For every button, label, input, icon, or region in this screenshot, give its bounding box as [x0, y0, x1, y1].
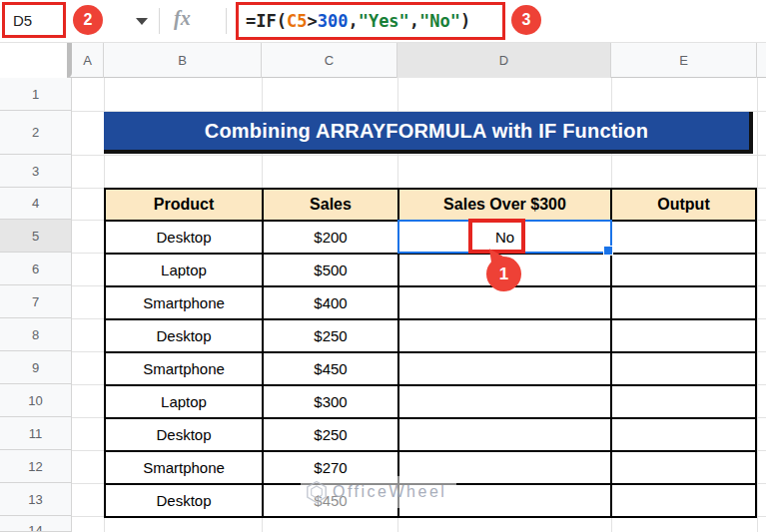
toolbar-divider [159, 8, 160, 34]
annotation-badge-2: 2 [73, 5, 103, 35]
gridline [757, 78, 758, 532]
row-header-4[interactable]: 4 [0, 188, 71, 220]
table-cell[interactable]: $250 [264, 320, 399, 353]
column-header-B[interactable]: B [104, 43, 262, 78]
column-headers: ABCDE [0, 42, 766, 78]
table-cell[interactable]: Desktop [106, 419, 264, 452]
table-cell[interactable]: $400 [264, 287, 399, 320]
fx-icon: fx [174, 7, 191, 30]
formula-token: "Yes" [359, 11, 409, 31]
table-cell[interactable] [399, 320, 612, 353]
badge-2-label: 2 [84, 11, 93, 29]
row-headers: 1234567891011121314 [0, 78, 72, 532]
row-header-6[interactable]: 6 [0, 253, 71, 285]
formula-token: C5 [287, 11, 307, 31]
formula-token: "No" [419, 11, 460, 31]
table-cell[interactable]: Desktop [106, 320, 264, 353]
row-header-12[interactable]: 12 [0, 450, 71, 483]
formula-token: =IF( [246, 11, 287, 31]
row-header-9[interactable]: 9 [0, 351, 71, 384]
formula-token: 300 [318, 11, 349, 31]
table-cell[interactable]: Smartphone [106, 452, 264, 485]
table-cell[interactable] [612, 320, 757, 353]
row-header-2[interactable]: 2 [0, 111, 71, 155]
table-cell[interactable]: Laptop [106, 386, 264, 419]
table-cell[interactable]: Laptop [106, 255, 264, 287]
formula-toolbar: D5 2 fx =IF(C5>300,"Yes","No") 3 [0, 0, 766, 42]
formula-token: , [409, 11, 419, 31]
select-all-corner[interactable] [0, 43, 72, 78]
table-cell[interactable] [612, 485, 757, 518]
formula-token: , [348, 11, 358, 31]
table-header-cell[interactable]: Output [612, 190, 757, 222]
table-cell[interactable] [612, 452, 757, 485]
table-cell[interactable]: $250 [264, 419, 399, 452]
formula-input[interactable]: =IF(C5>300,"Yes","No") [236, 2, 505, 40]
table-cell[interactable]: Smartphone [106, 353, 264, 386]
officewheel-logo-icon [305, 480, 329, 504]
table-cell[interactable] [399, 419, 612, 452]
toolbar-divider [226, 8, 227, 34]
formula-token: ) [460, 11, 470, 31]
row-header-13[interactable]: 13 [0, 483, 71, 516]
column-header-A[interactable]: A [72, 43, 104, 78]
spreadsheet-app: D5 2 fx =IF(C5>300,"Yes","No") 3 ABCDE 1… [0, 0, 766, 532]
row-header-10[interactable]: 10 [0, 384, 71, 417]
column-header-E[interactable]: E [611, 43, 757, 78]
row-header-7[interactable]: 7 [0, 285, 71, 318]
table-cell[interactable]: Desktop [106, 222, 264, 255]
annotation-badge-3: 3 [511, 5, 541, 35]
table-header-cell[interactable]: Sales Over $300 [399, 190, 612, 222]
row-header-1[interactable]: 1 [0, 78, 71, 111]
name-box-dropdown-icon[interactable] [136, 18, 148, 25]
row-header-11[interactable]: 11 [0, 417, 71, 450]
row-header-8[interactable]: 8 [0, 318, 71, 351]
name-box-value: D5 [13, 12, 32, 29]
table-cell[interactable] [399, 353, 612, 386]
formula-token: > [307, 11, 317, 31]
sheet-title: Combining ARRAYFORMULA with IF Function [205, 120, 648, 143]
table-header-cell[interactable]: Product [106, 190, 264, 222]
column-header-C[interactable]: C [262, 43, 397, 78]
table-cell[interactable]: $300 [264, 386, 399, 419]
column-header-D[interactable]: D [397, 43, 611, 78]
name-box[interactable]: D5 [2, 2, 66, 38]
table-cell[interactable] [612, 287, 757, 320]
gridline [72, 155, 766, 156]
badge-3-label: 3 [522, 11, 531, 29]
table-cell[interactable]: $450 [264, 353, 399, 386]
table-cell[interactable] [612, 386, 757, 419]
title-banner-cell[interactable]: Combining ARRAYFORMULA with IF Function [104, 112, 753, 154]
table-cell[interactable]: Desktop [106, 485, 264, 518]
table-header-cell[interactable]: Sales [264, 190, 399, 222]
table-cell[interactable] [399, 386, 612, 419]
watermark-text: OfficeWheel [333, 483, 446, 501]
selection-fill-handle[interactable] [603, 246, 613, 256]
table-cell[interactable]: Smartphone [106, 287, 264, 320]
table-cell[interactable]: $500 [264, 255, 399, 287]
table-cell[interactable]: $200 [264, 222, 399, 255]
row-header-14[interactable]: 14 [0, 516, 71, 532]
watermark: OfficeWheel [301, 476, 456, 508]
row-header-5[interactable]: 5 [0, 220, 71, 253]
table-cell[interactable] [612, 255, 757, 287]
badge-1-label: 1 [499, 265, 508, 284]
table-cell[interactable] [399, 287, 612, 320]
annotation-badge-1: 1 [486, 257, 521, 291]
table-cell[interactable] [612, 353, 757, 386]
table-cell[interactable] [612, 419, 757, 452]
table-cell[interactable] [612, 222, 757, 255]
row-header-3[interactable]: 3 [0, 155, 71, 188]
